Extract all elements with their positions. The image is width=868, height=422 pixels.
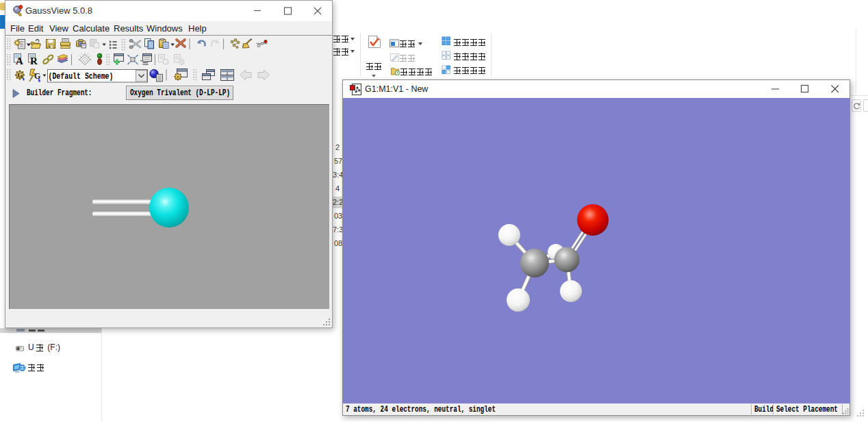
svg-text:G: G (18, 71, 23, 79)
svg-text:(Default Scheme): (Default Scheme) (49, 72, 114, 82)
svg-text:R: R (30, 55, 38, 66)
svg-text:A: A (16, 55, 23, 66)
svg-text:G: G (34, 71, 40, 81)
